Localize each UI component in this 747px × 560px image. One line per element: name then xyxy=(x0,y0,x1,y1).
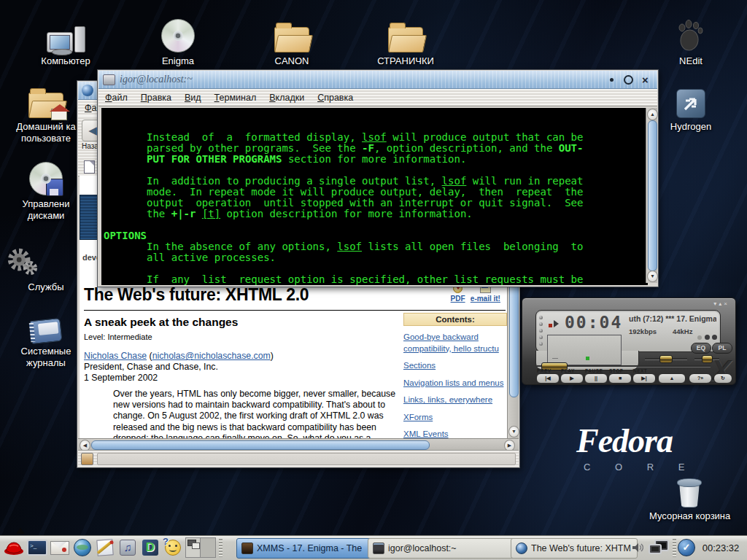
prev-button[interactable]: |◀ xyxy=(536,373,560,384)
contents-link-4[interactable]: XForms xyxy=(403,412,507,424)
desktop-icon-hydrogen[interactable]: Hydrogen xyxy=(651,82,731,133)
taskbar-window-label: igor@localhost:~ xyxy=(388,543,457,553)
author-email-link[interactable]: nicholas@nicholaschase.com xyxy=(152,351,271,361)
clock[interactable]: 00:23:32 xyxy=(697,537,744,558)
terminal-menu-2[interactable]: Вид xyxy=(178,93,208,103)
desktop: Компьютер Enigma CANON СТРАНИЧКИ NEdit H… xyxy=(0,0,747,560)
volume-icon[interactable] xyxy=(630,537,645,558)
desktop-icon-stranichki[interactable]: СТРАНИЧКИ xyxy=(365,16,446,67)
xmms-frequency: 44kHz xyxy=(673,327,692,335)
shuffle-button[interactable]: ?» xyxy=(689,373,712,384)
play-label: PLAY xyxy=(561,368,575,373)
terminal-menu-0[interactable]: Файл xyxy=(98,93,134,103)
taskbar-window-terminal[interactable]: igor@localhost:~ xyxy=(368,538,518,559)
browser-launcher-icon[interactable] xyxy=(71,537,93,558)
terminal-screen[interactable]: Instead of a formatted display, lsof wil… xyxy=(101,108,648,285)
scroll-up-button[interactable]: ▲ xyxy=(647,109,658,120)
contents-link-2[interactable]: Navigation lists and menus xyxy=(403,378,507,389)
play-state-icon xyxy=(549,317,562,330)
desktop-icon-enigma[interactable]: Enigma xyxy=(138,16,218,67)
desktop-icon-computer[interactable]: Компьютер xyxy=(26,16,106,67)
balance-knob[interactable] xyxy=(702,355,713,363)
cd-icon xyxy=(138,16,218,52)
email-launcher-icon[interactable] xyxy=(49,537,71,558)
terminal-scroll-thumb[interactable] xyxy=(648,120,657,271)
balance-slider[interactable] xyxy=(694,358,719,359)
status-text-area xyxy=(97,453,516,465)
pause-button[interactable]: || xyxy=(584,373,608,384)
repeat-button[interactable]: ↻ xyxy=(713,373,732,384)
xmms-close-icon: × xyxy=(724,300,729,307)
folder-icon xyxy=(365,16,446,52)
browser-hscrollbar[interactable]: ◀ ▶ xyxy=(78,438,519,451)
multimedia-launcher-icon[interactable]: ♫ xyxy=(117,537,139,558)
desktop-icon-syslogs[interactable]: Системные журналы xyxy=(6,306,86,370)
contents-box: Contents: Good-bye backwardcompatibility… xyxy=(403,313,507,438)
article-byline: Nicholas Chase (nicholas@nicholaschase.c… xyxy=(84,351,274,361)
desktop-icon-trash[interactable]: Мусорная корзина xyxy=(649,471,729,522)
pdf-link[interactable]: PDF xyxy=(451,295,465,303)
close-button[interactable]: × xyxy=(639,74,651,86)
taskbar-window-browser[interactable]: The Web's future: XHTM xyxy=(511,538,638,559)
desktop-icon-home[interactable]: Домашний ка пользовате xyxy=(6,82,86,145)
terminal-window: igor@localhost:~ × ФайлПравкаВидТерминал… xyxy=(97,69,659,287)
panel-separator xyxy=(219,539,222,557)
terminal-menu-5[interactable]: Справка xyxy=(311,93,360,103)
next-button[interactable]: ▶| xyxy=(632,373,656,384)
contents-link-0[interactable]: Good-bye backwardcompatibility, hello st… xyxy=(403,332,507,354)
terminal-scrollbar[interactable]: ▲ ▼ xyxy=(646,108,657,283)
main-menu-redhat-icon[interactable] xyxy=(3,537,25,558)
seek-bar[interactable] xyxy=(537,365,711,367)
eq-button[interactable]: EQ xyxy=(691,343,711,354)
terminal-window-icon xyxy=(373,542,384,554)
scroll-down-button[interactable]: ▼ xyxy=(647,271,658,282)
eject-button[interactable]: ▲ xyxy=(658,373,686,384)
terminal-menu-4[interactable]: Вкладки xyxy=(263,93,311,103)
terminal-menu-1[interactable]: Правка xyxy=(134,93,178,103)
scroll-down-button[interactable]: ▼ xyxy=(508,426,519,438)
terminal-launcher-icon[interactable]: >_ xyxy=(26,537,48,558)
maximize-button[interactable] xyxy=(622,74,635,86)
author-link[interactable]: Nicholas Chase xyxy=(84,351,147,361)
terminal-titlebar[interactable]: igor@localhost:~ × xyxy=(98,71,657,89)
contents-link-3[interactable]: Links, links, everywhere xyxy=(403,394,507,406)
volume-slider[interactable] xyxy=(645,358,687,359)
minimize-button[interactable] xyxy=(605,74,618,86)
home-folder-icon xyxy=(6,82,86,118)
d-app-launcher-icon[interactable]: D xyxy=(139,537,161,558)
folder-icon xyxy=(252,16,332,52)
workspace-switcher[interactable] xyxy=(185,537,216,558)
notes-launcher-icon[interactable] xyxy=(94,537,116,558)
contents-link-5[interactable]: XML Events xyxy=(403,429,507,438)
volume-knob[interactable] xyxy=(659,355,673,363)
email-link[interactable]: e-mail it! xyxy=(471,295,500,303)
desktop-icon-canon[interactable]: CANON xyxy=(252,16,332,67)
update-check-icon[interactable]: ✓ xyxy=(677,537,696,558)
playlist-button[interactable]: PL xyxy=(712,343,732,354)
xmms-time: 00:04 xyxy=(565,313,622,332)
taskbar-window-label: The Web's future: XHTM xyxy=(531,543,631,553)
desktop-icon-disks[interactable]: Управлени дисками xyxy=(6,159,86,222)
xmms-window-icon xyxy=(241,542,253,554)
play-button[interactable]: ▶ xyxy=(560,373,584,384)
contents-header: Contents: xyxy=(403,313,507,326)
component-bar-icon[interactable] xyxy=(81,453,93,465)
contents-link-1[interactable]: Sections xyxy=(403,360,507,372)
desktop-icon-services[interactable]: Службы xyxy=(6,242,86,293)
terminal-menu-3[interactable]: Терминал xyxy=(208,93,263,103)
xmms-clutterbar[interactable] xyxy=(539,313,543,349)
hscroll-thumb[interactable] xyxy=(91,440,430,450)
gnome-foot-icon xyxy=(651,16,731,52)
xmms-player[interactable]: ▾▴× X 00:04 uth (7:12) *** 17. Enigma - … xyxy=(522,298,736,385)
stop-button[interactable]: ■ xyxy=(608,373,632,384)
page-icon[interactable] xyxy=(84,160,95,174)
terminal-window-icon xyxy=(103,74,115,85)
desktop-icon-nedit[interactable]: NEdit xyxy=(651,16,731,67)
xmms-window-buttons[interactable]: ▾▴× xyxy=(713,300,729,307)
taskbar-window-xmms[interactable]: XMMS - 17. Enigma - The xyxy=(236,538,375,559)
help-launcher-icon[interactable]: ? xyxy=(162,537,184,558)
author-title: President, Chase and Chase, Inc. xyxy=(84,362,218,372)
disk-management-icon xyxy=(6,159,86,195)
display-settings-icon[interactable] xyxy=(646,537,671,558)
pause-label: PAUSE xyxy=(585,368,603,373)
